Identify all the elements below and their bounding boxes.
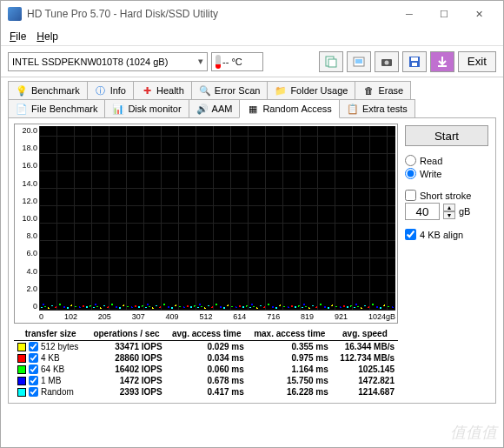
- spin-down[interactable]: ▼: [443, 211, 455, 219]
- tab-info[interactable]: ⓘInfo: [87, 81, 134, 99]
- drive-select-value: INTEL SSDPEKNW010T8 (1024 gB): [12, 57, 168, 67]
- table-row: Random2393 IOPS0.417 ms16.228 ms1214.687: [14, 386, 398, 398]
- tab-extra-tests[interactable]: 📋Extra tests: [339, 99, 415, 117]
- series-label: 4 KB: [41, 353, 60, 363]
- cell-avg: 0.060 ms: [166, 364, 248, 375]
- chart-y-axis: 20.0 18.0 16.0 14.0 12.0 10.0 8.0 6.0 4.…: [15, 124, 39, 323]
- tab-file-benchmark[interactable]: 📄File Benchmark: [8, 99, 105, 117]
- short-stroke-unit: gB: [459, 206, 470, 217]
- svg-point-5: [384, 60, 388, 64]
- cell-max: 16.228 ms: [248, 386, 332, 398]
- cell-max: 0.975 ms: [248, 352, 332, 364]
- results-table: transfer size operations / sec avg. acce…: [14, 327, 398, 398]
- series-checkbox[interactable]: [29, 364, 38, 374]
- tab-area: 💡Benchmark ⓘInfo ✚Health 🔍Error Scan 📁Fo…: [1, 77, 503, 404]
- drive-select[interactable]: INTEL SSDPEKNW010T8 (1024 gB): [8, 52, 208, 71]
- file-bench-icon: 📄: [16, 103, 28, 115]
- tab-benchmark[interactable]: 💡Benchmark: [8, 81, 88, 99]
- series-label: Random: [41, 387, 74, 397]
- magnifier-icon: 🔍: [199, 84, 211, 97]
- table-row: 64 KB16402 IOPS0.060 ms1.164 ms1025.145: [14, 364, 398, 375]
- speaker-icon: 🔊: [196, 103, 209, 115]
- exit-button[interactable]: Exit: [458, 51, 496, 72]
- short-stroke-checkbox[interactable]: Short stroke: [405, 190, 488, 201]
- chart-scatter-points: [39, 295, 395, 311]
- menu-help[interactable]: Help: [31, 29, 63, 44]
- temperature-value: -- °C: [222, 57, 242, 67]
- menu-file[interactable]: File: [4, 29, 31, 44]
- trash-icon: 🗑: [362, 84, 375, 97]
- screenshot-button[interactable]: [375, 51, 399, 72]
- series-color-icon: [17, 343, 26, 351]
- tab-folder-usage[interactable]: 📁Folder Usage: [267, 81, 355, 99]
- cell-avg: 0.678 ms: [166, 375, 248, 386]
- left-panel: ms 20.0 18.0 16.0 14.0 12.0 10.0 8.0 6.0…: [14, 124, 398, 398]
- tabs-row-2: 📄File Benchmark 📊Disk monitor 🔊AAM ▦Rand…: [8, 99, 496, 117]
- cell-ops: 1472 IOPS: [87, 375, 165, 386]
- series-color-icon: [17, 377, 26, 385]
- tab-content: ms 20.0 18.0 16.0 14.0 12.0 10.0 8.0 6.0…: [8, 117, 496, 404]
- tabs-row-1: 💡Benchmark ⓘInfo ✚Health 🔍Error Scan 📁Fo…: [8, 81, 496, 99]
- toolbar: INTEL SSDPEKNW010T8 (1024 gB) -- °C Exit: [1, 46, 503, 77]
- tab-health[interactable]: ✚Health: [133, 81, 192, 99]
- random-access-icon: ▦: [247, 103, 259, 115]
- cell-max: 1.164 ms: [248, 364, 332, 375]
- col-max-access: max. access time: [248, 327, 332, 341]
- cell-avg: 0.034 ms: [166, 352, 248, 364]
- right-panel: Start Read Write Short stroke ▲ ▼ gB: [403, 124, 490, 398]
- series-label: 64 KB: [41, 364, 64, 374]
- read-radio[interactable]: Read: [405, 155, 488, 166]
- cell-max: 15.750 ms: [248, 375, 332, 386]
- short-stroke-group: Short stroke ▲ ▼ gB: [405, 188, 488, 220]
- svg-rect-9: [438, 65, 447, 67]
- col-ops: operations / sec: [87, 327, 165, 341]
- series-label: 512 bytes: [41, 342, 78, 351]
- align-checkbox[interactable]: 4 KB align: [405, 229, 488, 240]
- svg-rect-8: [412, 63, 417, 66]
- tab-erase[interactable]: 🗑Erase: [355, 81, 411, 99]
- tab-aam[interactable]: 🔊AAM: [189, 99, 241, 117]
- cell-speed: 1214.687: [332, 386, 398, 398]
- start-button[interactable]: Start: [405, 125, 488, 146]
- cell-speed: 1472.821: [332, 375, 398, 386]
- series-color-icon: [17, 365, 26, 374]
- write-radio[interactable]: Write: [405, 168, 488, 179]
- tab-random-access[interactable]: ▦Random Access: [239, 99, 339, 118]
- mode-radio-group: Read Write: [405, 153, 488, 181]
- svg-rect-1: [328, 59, 336, 67]
- close-button[interactable]: ✕: [461, 2, 496, 26]
- cell-ops: 2393 IOPS: [87, 386, 165, 398]
- copy-info-button[interactable]: [319, 51, 343, 72]
- series-checkbox[interactable]: [29, 376, 38, 385]
- cell-speed: 1025.145: [332, 364, 398, 375]
- tab-disk-monitor[interactable]: 📊Disk monitor: [104, 99, 189, 117]
- cell-speed: 16.344 MB/s: [332, 341, 398, 353]
- series-checkbox[interactable]: [29, 387, 38, 397]
- col-avg-speed: avg. speed: [332, 327, 398, 341]
- series-color-icon: [17, 354, 26, 363]
- cell-ops: 16402 IOPS: [87, 364, 165, 375]
- minimize-button[interactable]: ─: [392, 2, 427, 26]
- health-icon: ✚: [141, 84, 153, 97]
- watermark: 值值值: [450, 422, 497, 443]
- spin-up[interactable]: ▲: [443, 204, 455, 211]
- short-stroke-spinner: ▲ ▼ gB: [405, 203, 488, 220]
- series-color-icon: [17, 388, 26, 397]
- cell-ops: 28860 IOPS: [87, 352, 165, 364]
- series-checkbox[interactable]: [29, 342, 38, 351]
- cell-speed: 112.734 MB/s: [332, 352, 398, 364]
- cell-ops: 33471 IOPS: [87, 341, 165, 353]
- table-row: 1 MB1472 IOPS0.678 ms15.750 ms1472.821: [14, 375, 398, 386]
- maximize-button[interactable]: ☐: [427, 2, 461, 26]
- download-button[interactable]: [430, 51, 454, 72]
- titlebar: HD Tune Pro 5.70 - Hard Disk/SSD Utility…: [1, 1, 503, 27]
- save-button[interactable]: [402, 51, 427, 72]
- copy-screenshot-button[interactable]: [347, 51, 371, 72]
- table-row: 512 bytes33471 IOPS0.029 ms0.355 ms16.34…: [14, 341, 398, 353]
- chart-y-label: ms: [41, 124, 51, 133]
- series-checkbox[interactable]: [29, 353, 38, 363]
- short-stroke-input[interactable]: [405, 203, 440, 220]
- tab-error-scan[interactable]: 🔍Error Scan: [191, 81, 269, 99]
- cell-max: 0.355 ms: [248, 341, 332, 353]
- col-transfer-size: transfer size: [14, 327, 87, 341]
